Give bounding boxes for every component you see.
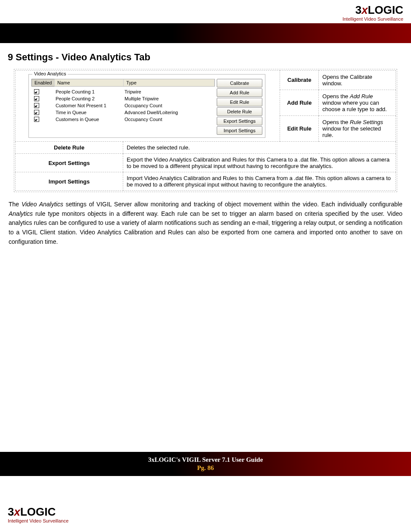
panel-groupbox: Video Analytics Enabled Name Type xyxy=(28,74,265,138)
table-row[interactable]: Time in QueueAdvanced Dwell/Loitering xyxy=(34,109,215,116)
import-settings-button[interactable]: Import Settings xyxy=(217,126,262,135)
footer-page: Pg. 86 xyxy=(0,464,411,472)
def-key-export-settings: Export Settings xyxy=(16,154,123,172)
brand-x: x xyxy=(361,3,367,16)
row-type: Occupancy Count xyxy=(125,117,162,122)
row-name: People Counting 1 xyxy=(56,89,125,94)
brand-logic: LOGIC xyxy=(20,505,56,518)
page-title: 9 Settings - Video Analytics Tab xyxy=(8,52,403,63)
brand-logic: LOGIC xyxy=(368,3,403,16)
row-type: Multiple Tripwire xyxy=(125,96,159,101)
brand-3: 3 xyxy=(8,505,13,518)
definitions-box: Video Analytics Enabled Name Type xyxy=(14,69,397,192)
export-settings-button[interactable]: Export Settings xyxy=(217,117,262,125)
col-header-type[interactable]: Type xyxy=(124,79,215,86)
row-name: Customers in Queue xyxy=(56,117,125,122)
row-name: People Counting 2 xyxy=(56,96,125,101)
checkbox-icon[interactable] xyxy=(34,96,39,101)
def-key-import-settings: Import Settings xyxy=(16,172,123,191)
def-val-edit-rule: Opens the Rule Settings window for the s… xyxy=(319,115,396,141)
brand-x: x xyxy=(13,505,20,518)
footer-title: 3xLOGIC's VIGIL Server 7.1 User Guide xyxy=(148,456,263,463)
groupbox-title: Video Analytics xyxy=(32,71,68,76)
table-row[interactable]: Customer Not Present 1Occupancy Count xyxy=(34,102,215,109)
row-type: Occupancy Count xyxy=(125,103,162,108)
def-key-add-rule: Add Rule xyxy=(280,90,319,115)
def-key-edit-rule: Edit Rule xyxy=(280,115,319,141)
col-header-name[interactable]: Name xyxy=(55,79,124,86)
header-logo: 3xLOGIC Intelligent Video Surveillance xyxy=(0,0,411,23)
table-row[interactable]: Customers in QueueOccupancy Count xyxy=(34,116,215,123)
video-analytics-panel: Video Analytics Enabled Name Type xyxy=(28,74,265,138)
col-header-enabled[interactable]: Enabled xyxy=(31,79,55,87)
row-name: Time in Queue xyxy=(56,110,125,115)
body-paragraph: The Video Analytics settings of VIGIL Se… xyxy=(8,198,403,248)
brand-3: 3 xyxy=(355,3,361,16)
brand-logo: 3xLOGIC xyxy=(8,506,68,517)
def-val-calibrate: Opens the Calibrate window. xyxy=(319,71,396,90)
checkbox-icon[interactable] xyxy=(34,89,39,94)
header-bar xyxy=(0,23,411,43)
def-val-import-settings: Import Video Analytics Calibration and R… xyxy=(123,172,396,191)
table-row[interactable]: People Counting 1Tripwire xyxy=(34,88,215,95)
def-key-delete-rule: Delete Rule xyxy=(16,142,123,154)
def-val-delete-rule: Deletes the selected rule. xyxy=(123,142,396,154)
table-row[interactable]: People Counting 2Multiple Tripwire xyxy=(34,95,215,102)
footer-bar: 3xLOGIC's VIGIL Server 7.1 User Guide Pg… xyxy=(0,452,411,476)
rules-list-header: Enabled Name Type xyxy=(31,79,215,87)
checkbox-icon[interactable] xyxy=(34,110,39,115)
def-val-export-settings: Export the Video Analytics Calibration a… xyxy=(123,154,396,172)
footer-logo: 3xLOGIC Intelligent Video Surveillance xyxy=(8,506,68,523)
row-name: Customer Not Present 1 xyxy=(56,103,125,108)
row-type: Tripwire xyxy=(125,89,141,94)
panel-button-column: Calibrate Add Rule Edit Rule Delete Rule… xyxy=(217,79,262,135)
checkbox-icon[interactable] xyxy=(34,117,39,122)
calibrate-button[interactable]: Calibrate xyxy=(217,79,262,87)
edit-rule-button[interactable]: Edit Rule xyxy=(217,98,262,106)
brand-tagline: Intelligent Video Surveillance xyxy=(8,518,68,523)
def-val-add-rule: Opens the Add Rule window where you can … xyxy=(319,90,396,115)
rules-list: Enabled Name Type People Counting 1Tripw… xyxy=(31,79,215,135)
def-key-calibrate: Calibrate xyxy=(280,71,319,90)
row-type: Advanced Dwell/Loitering xyxy=(125,110,178,115)
brand-tagline: Intelligent Video Surveillance xyxy=(0,16,403,22)
definitions-table: Video Analytics Enabled Name Type xyxy=(15,70,396,191)
panel-screenshot-cell: Video Analytics Enabled Name Type xyxy=(16,71,280,142)
checkbox-icon[interactable] xyxy=(34,103,39,108)
add-rule-button[interactable]: Add Rule xyxy=(217,88,262,97)
delete-rule-button[interactable]: Delete Rule xyxy=(217,107,262,116)
brand-logo: 3xLOGIC xyxy=(0,4,403,16)
